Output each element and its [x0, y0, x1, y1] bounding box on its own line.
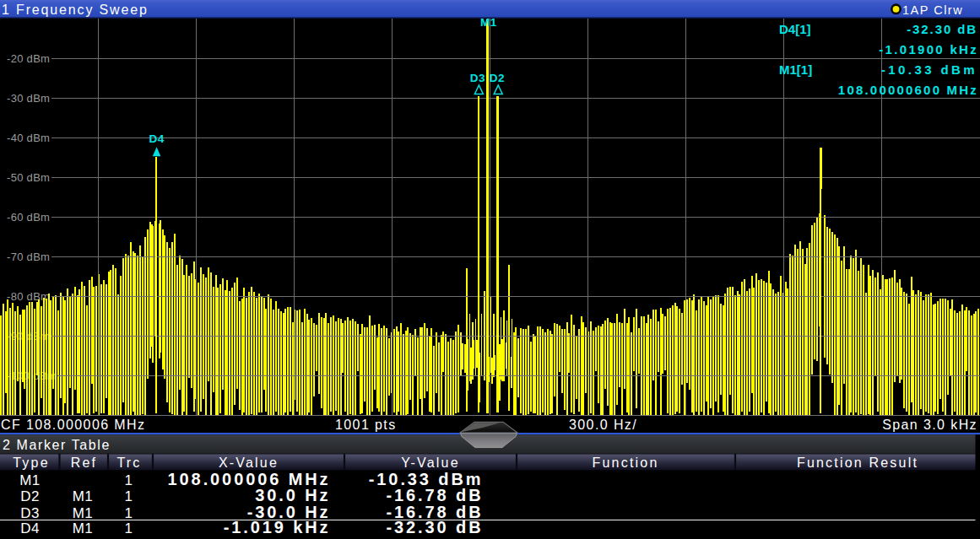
svg-text:108.00000600 MHz: 108.00000600 MHz: [838, 83, 978, 97]
svg-text:M1: M1: [73, 520, 94, 536]
svg-text:1: 1: [125, 488, 133, 504]
svg-text:-70 dBm: -70 dBm: [7, 251, 50, 263]
svg-text:D2: D2: [490, 72, 505, 84]
svg-text:M1: M1: [73, 505, 94, 521]
svg-text:M1: M1: [73, 488, 94, 504]
svg-text:1: 1: [125, 520, 133, 536]
svg-text:Type: Type: [13, 455, 50, 470]
svg-text:D3: D3: [470, 72, 485, 84]
svg-text:Ref: Ref: [71, 455, 98, 470]
svg-text:1001 pts: 1001 pts: [335, 418, 397, 432]
svg-text:Y-Value: Y-Value: [401, 455, 460, 470]
svg-text:1: 1: [125, 505, 133, 521]
svg-text:Function Result: Function Result: [797, 455, 918, 470]
svg-text:M1: M1: [480, 16, 497, 29]
svg-text:Trc: Trc: [116, 455, 141, 470]
svg-text:-32.30 dB: -32.30 dB: [386, 518, 483, 536]
svg-text:-10.33 dBm: -10.33 dBm: [881, 62, 977, 77]
svg-text:M1[1]: M1[1]: [779, 62, 812, 77]
svg-text:X-Value: X-Value: [219, 455, 279, 470]
svg-text:D4: D4: [149, 132, 164, 145]
svg-text:300.0 Hz/: 300.0 Hz/: [569, 418, 637, 432]
svg-text:Span 3.0 kHz: Span 3.0 kHz: [882, 418, 977, 432]
svg-text:M1: M1: [19, 472, 41, 488]
svg-text:D4[1]: D4[1]: [779, 22, 811, 36]
svg-text:1 Frequency Sweep: 1 Frequency Sweep: [2, 3, 149, 17]
svg-text:D2: D2: [20, 488, 40, 504]
svg-text:-1.01900 kHz: -1.01900 kHz: [879, 42, 978, 57]
svg-text:1AP Clrw: 1AP Clrw: [902, 3, 963, 17]
svg-text:D3: D3: [20, 505, 40, 521]
svg-text:D4: D4: [20, 520, 40, 536]
svg-text:-20 dBm: -20 dBm: [7, 52, 50, 65]
svg-text:-30 dBm: -30 dBm: [7, 92, 50, 105]
svg-text:-32.30 dB: -32.30 dB: [907, 22, 977, 36]
svg-text:-1.019 kHz: -1.019 kHz: [224, 518, 331, 536]
svg-text:CF 108.000006 MHz: CF 108.000006 MHz: [1, 418, 145, 432]
svg-text:-40 dBm: -40 dBm: [7, 132, 50, 144]
svg-text:Function: Function: [593, 455, 659, 470]
svg-text:-60 dBm: -60 dBm: [7, 211, 50, 224]
svg-text:2 Marker Table: 2 Marker Table: [3, 438, 111, 452]
svg-text:-50 dBm: -50 dBm: [7, 171, 50, 184]
svg-text:1: 1: [125, 472, 133, 488]
